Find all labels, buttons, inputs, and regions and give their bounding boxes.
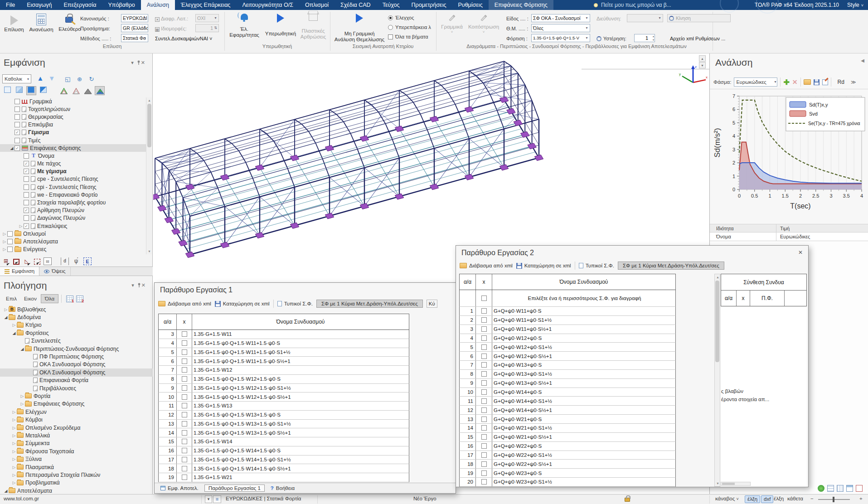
prop-value[interactable]: Ευρωκώδικες xyxy=(776,233,868,241)
method-select[interactable]: Στατικά Φο▾ xyxy=(121,34,148,42)
tree-item[interactable]: ▷Πεπερασμένα Στοιχεία Πλακών xyxy=(0,471,153,479)
scroll-down-icon[interactable]: ▼ xyxy=(146,248,152,254)
zoom-window-icon[interactable]: ◱ xyxy=(63,74,73,83)
combo-row[interactable]: 51.35·G+1.5·ψ0·Q+1.5·W11+1.5·ψ0·S1+½ xyxy=(158,348,409,357)
tree-item[interactable]: ▷Φέρουσα Τοιχοποιία xyxy=(0,447,153,455)
hysteresis-spin[interactable]: 1 xyxy=(634,34,655,42)
expander-icon[interactable]: ▷ xyxy=(11,410,17,414)
zoom-out-icon[interactable]: − xyxy=(810,496,814,501)
combo-row[interactable]: 151.35·G+1.5·W14 xyxy=(158,437,409,446)
hidden-line-cube-icon[interactable] xyxy=(14,86,24,95)
row-checkbox[interactable] xyxy=(182,385,187,391)
solve-button[interactable]: Επίλυση xyxy=(3,13,25,33)
nav-filter-all[interactable]: Όλα xyxy=(41,294,58,303)
row-checkbox[interactable] xyxy=(182,340,187,346)
tree-item[interactable]: ◢✓Επιφάνειες Φόρτισης xyxy=(0,144,146,152)
status-code-selector[interactable]: ΕΥΡΩΚΩΔΙΚΕΣ | Στατικά Φορτία xyxy=(226,496,301,501)
combo-row[interactable]: 7G+Q+ψ0·W13+ψ0·S xyxy=(459,361,676,370)
expander-icon[interactable]: ▷ xyxy=(11,449,17,454)
combo-row[interactable]: 101.35·G+1.5·ψ0·Q+1.5·W12+1.5·ψ0·S½+1 xyxy=(158,393,409,402)
tree-item[interactable]: ▷Οπλισμοί xyxy=(0,230,146,237)
menu-item-1[interactable]: Εισαγωγή xyxy=(21,0,58,10)
tree-checkbox[interactable] xyxy=(7,239,13,244)
combo-row[interactable]: 18G+Q+ψ0·W22+ψ0·S½+1 xyxy=(459,460,676,469)
tree-item[interactable]: ΟΚΑ Συνδυασμοί Φόρτισης xyxy=(0,361,153,368)
combo-row[interactable]: 1G+Q+ψ0·W11+ψ0·S xyxy=(459,307,676,316)
free-button[interactable]: Ελεύθερο xyxy=(57,13,82,32)
tree-item[interactable]: ◢Φορτίσεις xyxy=(0,329,153,337)
row-checkbox[interactable] xyxy=(182,403,187,408)
row-checkbox[interactable] xyxy=(481,371,487,377)
tree-item[interactable]: ▷Αποτελέσματα xyxy=(0,237,146,245)
tree-checkbox[interactable] xyxy=(15,107,20,112)
combo-row[interactable]: 15G+Q+ψ0·W21+ψ0·S½+1 xyxy=(459,433,676,442)
combo-row[interactable]: 11G+Q+ψ0·W14+ψ0·S1+½ xyxy=(459,397,676,406)
close-icon[interactable]: ✕ xyxy=(798,249,803,256)
row-checkbox[interactable] xyxy=(182,466,187,471)
tree-item[interactable]: ▷Πλασματικά xyxy=(0,463,153,471)
box-icon[interactable] xyxy=(856,485,863,492)
properties-icon[interactable]: ▤ xyxy=(44,257,52,265)
expander-icon[interactable]: ▷ xyxy=(11,426,17,430)
combo-row[interactable]: 81.35·G+1.5·ψ0·Q+1.5·W12+1.5·ψ0·S xyxy=(158,375,409,384)
tree-checkbox[interactable]: ✓ xyxy=(24,208,29,213)
refresh-button[interactable]: Ανανέωση xyxy=(26,13,56,33)
combo-row[interactable]: 111.35·G+1.5·W13 xyxy=(158,402,409,411)
combo-row[interactable]: 161.35·G+1.5·ψ0·Q+1.5·W14+1.5·ψ0·S xyxy=(158,446,409,456)
lock-icon[interactable] xyxy=(625,498,630,502)
roof-green-icon[interactable] xyxy=(95,86,105,95)
kind-select[interactable]: ΣΦ ΟΚΑ - Συνδυασμοί▾ xyxy=(531,14,590,22)
tm-select[interactable]: Όλες▾ xyxy=(531,24,590,32)
expander-icon[interactable]: ▷ xyxy=(19,394,25,398)
typical-sf-button[interactable]: Τυπικοί Σ.Φ. xyxy=(579,263,614,268)
tree-checkbox[interactable]: ✓ xyxy=(24,223,29,229)
tree-item[interactable]: Περιβάλλουσες xyxy=(0,384,153,392)
zoom-slider[interactable] xyxy=(818,499,850,500)
tree-checkbox[interactable] xyxy=(24,215,29,221)
collapse-icon[interactable]: ◀ xyxy=(861,58,864,63)
expander-icon[interactable]: ▷ xyxy=(2,239,7,244)
move-down-icon[interactable]: ▼ xyxy=(48,74,55,82)
sf1-button[interactable]: ΣΦ με 1 Κύρια Μετ.Δράση-Υπόλ.Δευτ/σες xyxy=(618,262,724,270)
e-icon[interactable]: E xyxy=(83,257,92,265)
tree-item[interactable]: ◢Περιπτώσεις-Συνδυασμοί Φόρτισης xyxy=(0,345,153,353)
snap-toggle-1[interactable]: έλξη xyxy=(745,495,760,503)
frame-colored-icon[interactable] xyxy=(58,86,68,95)
more-icon[interactable]: ≫ xyxy=(851,79,856,85)
compatibility-button[interactable]: Έλ.Εφαρμ/τητας xyxy=(227,12,262,38)
menu-item-0[interactable]: File xyxy=(0,0,21,10)
grid-icon[interactable] xyxy=(827,485,834,492)
status-dropdown-icon[interactable]: ▾ xyxy=(205,495,212,503)
status-url[interactable]: www.tol.com.gr xyxy=(4,496,39,501)
combo-row[interactable]: 17G+Q+ψ0·W22+ψ0·S1+½ xyxy=(459,451,676,460)
tree-checkbox[interactable] xyxy=(24,153,29,159)
tree-item[interactable]: ▷Προβληματικά xyxy=(0,479,153,487)
tree-checkbox[interactable] xyxy=(24,192,29,198)
combo-row[interactable]: 191.35·G+1.5·W21 xyxy=(158,473,409,482)
tree-checkbox[interactable]: ✓ xyxy=(24,161,29,166)
tree-item[interactable]: ✓Με γέμισμα xyxy=(0,168,146,175)
row-checkbox[interactable] xyxy=(481,434,487,440)
row-checkbox[interactable] xyxy=(481,479,487,485)
work-window-2-icon[interactable]: 2 xyxy=(76,296,83,302)
combo-row[interactable]: 6G+Q+ψ0·W12+ψ0·S½+1 xyxy=(459,352,676,361)
roof-gray-icon[interactable] xyxy=(82,86,92,95)
sf1-button[interactable]: ΣΦ με 1 Κύρια Μετ.Δράση-Υπόλ.Δευτ/σες xyxy=(316,300,423,308)
combo-row[interactable]: 14G+Q+ψ0·W21+ψ0·S1+½ xyxy=(459,424,676,433)
zoom-in-icon[interactable]: + xyxy=(859,496,863,501)
display-tab-0[interactable]: Εμφάνιση xyxy=(0,267,39,276)
row-checkbox[interactable] xyxy=(182,376,187,382)
pan-icon[interactable]: ⊕ xyxy=(75,74,85,83)
write-xml-button[interactable]: Καταχώρηση σε xml xyxy=(516,263,571,269)
radio-overstrength[interactable]: Υπερεπάρκεια λ xyxy=(388,24,431,30)
nonlinear-foundation-button[interactable]: Μη ΓραμμικήΑνάλυση Θεμελίωσης xyxy=(333,12,386,42)
tree-item[interactable]: ◢Δεδομένα xyxy=(0,313,153,321)
row-checkbox[interactable] xyxy=(481,308,487,314)
tree-item[interactable]: ▷BΒιβλιοθήκες xyxy=(0,305,153,313)
tree-item[interactable]: TΌνομα xyxy=(0,152,146,160)
bottom-tab-1[interactable]: Παράθυρο Εργασίας 1 xyxy=(204,485,265,492)
row-checkbox[interactable] xyxy=(182,439,187,444)
row-checkbox[interactable] xyxy=(481,335,487,341)
combo-row[interactable]: 141.35·G+1.5·ψ0·Q+1.5·W13+1.5·ψ0·S½+1 xyxy=(158,428,409,437)
row-checkbox[interactable] xyxy=(481,407,487,413)
